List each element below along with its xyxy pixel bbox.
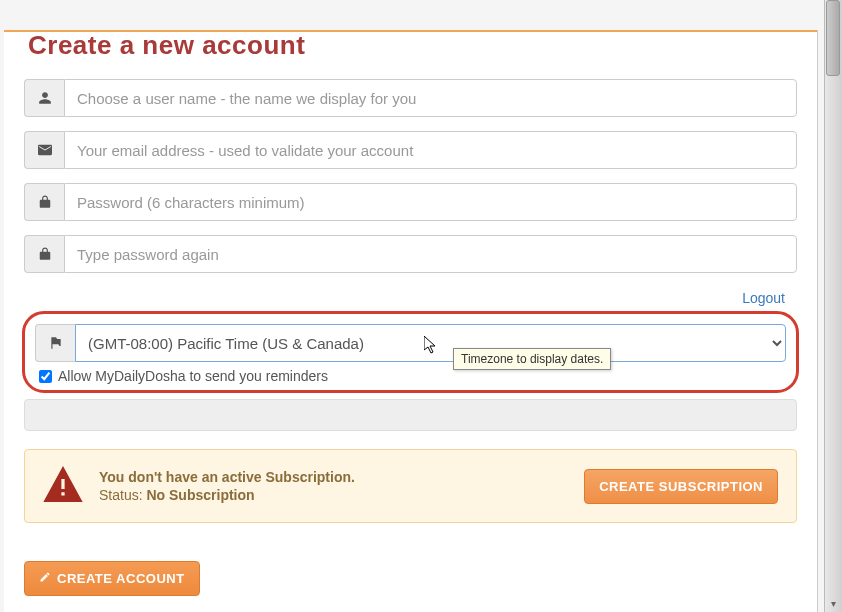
timezone-tooltip: Timezone to display dates.: [453, 348, 611, 370]
reminders-label: Allow MyDailyDosha to send you reminders: [58, 368, 328, 384]
envelope-icon: [24, 131, 64, 169]
flag-icon: [35, 324, 75, 362]
password-group: [24, 183, 797, 221]
timezone-group: (GMT-08:00) Pacific Time (US & Canada): [35, 324, 786, 362]
page-title: Create a new account: [28, 30, 801, 61]
alert-title: You don't have an active Subscription.: [99, 469, 568, 485]
email-input[interactable]: [64, 131, 797, 169]
scrollbar-track[interactable]: ▾: [824, 0, 842, 612]
email-group: [24, 131, 797, 169]
grey-spacer: [24, 399, 797, 431]
alert-status-line: Status: No Subscription: [99, 487, 568, 503]
top-accent-bar: [4, 30, 817, 32]
create-row: CREATE ACCOUNT: [24, 561, 801, 596]
lock-icon: [24, 235, 64, 273]
subscription-alert: You don't have an active Subscription. S…: [24, 449, 797, 523]
timezone-select[interactable]: (GMT-08:00) Pacific Time (US & Canada): [75, 324, 786, 362]
alert-status-label: Status:: [99, 487, 143, 503]
reminders-row: Allow MyDailyDosha to send you reminders: [39, 368, 788, 384]
warning-icon: [43, 466, 83, 506]
create-account-label: CREATE ACCOUNT: [57, 571, 185, 586]
password-confirm-group: [24, 235, 797, 273]
page-container: Create a new account Logout: [4, 30, 818, 612]
password-input[interactable]: [64, 183, 797, 221]
alert-status-value: No Subscription: [146, 487, 254, 503]
scrollbar-thumb[interactable]: [826, 0, 840, 76]
reminders-checkbox[interactable]: [39, 370, 52, 383]
logout-link[interactable]: Logout: [742, 290, 785, 306]
username-group: [24, 79, 797, 117]
create-account-button[interactable]: CREATE ACCOUNT: [24, 561, 200, 596]
alert-body: You don't have an active Subscription. S…: [99, 469, 568, 503]
scrollbar-down-icon[interactable]: ▾: [824, 594, 842, 612]
password-confirm-input[interactable]: [64, 235, 797, 273]
username-input[interactable]: [64, 79, 797, 117]
lock-icon: [24, 183, 64, 221]
pencil-icon: [39, 571, 51, 586]
user-icon: [24, 79, 64, 117]
highlight-annotation: (GMT-08:00) Pacific Time (US & Canada) A…: [22, 311, 799, 393]
create-subscription-button[interactable]: CREATE SUBSCRIPTION: [584, 469, 778, 504]
logout-wrap: Logout: [20, 289, 785, 307]
